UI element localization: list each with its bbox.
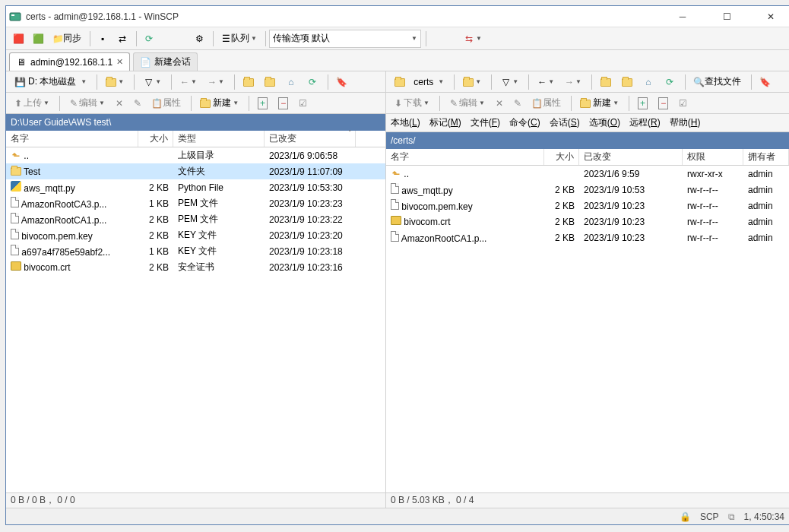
remote-collapse-button[interactable]: −	[654, 94, 672, 112]
file-icon	[391, 183, 399, 194]
file-icon	[11, 197, 19, 207]
local-panel: 💾 D: 本地磁盘 ▼ ▼ ▽▼ ←▼ →▼ ⌂ ⟳ 🔖	[6, 71, 386, 508]
file-row[interactable]: ⬑ .. 上级目录 2023/1/6 9:06:58	[6, 147, 385, 163]
menu-item[interactable]: 选项(O)	[589, 116, 620, 129]
local-bookmark-button[interactable]: 🔖	[333, 73, 351, 91]
menu-item[interactable]: 标记(M)	[429, 116, 461, 129]
remote-bookmark-button[interactable]: 🔖	[756, 73, 775, 91]
svg-rect-1	[11, 14, 14, 16]
menu-item[interactable]: 远程(R)	[629, 116, 661, 129]
local-rename-button[interactable]: ✎	[130, 94, 145, 112]
remote-refresh-button[interactable]: ⟳	[661, 73, 679, 91]
remote-parent-button[interactable]	[597, 73, 615, 91]
local-select-button[interactable]: ☑	[295, 94, 311, 112]
remote-col-changed[interactable]: 已改变	[579, 149, 683, 165]
remote-col-owner[interactable]: 拥有者	[743, 149, 789, 165]
remote-file-list[interactable]: ⬑ .. 2023/1/6 9:59 rwxr-xr-x admin aws_m…	[386, 166, 789, 492]
local-root-button[interactable]	[261, 73, 279, 91]
remote-root-button[interactable]	[618, 73, 636, 91]
file-icon	[391, 231, 399, 242]
menu-item[interactable]: 本地(L)	[391, 116, 420, 129]
local-col-name[interactable]: 名字	[6, 131, 138, 147]
file-row[interactable]: bivocom.pem.key 2 KB KEY 文件 2023/1/9 10:…	[6, 227, 385, 243]
file-row[interactable]: AmazonRootCA3.p... 1 KB PEM 文件 2023/1/9 …	[6, 195, 385, 211]
local-col-type[interactable]: 类型	[173, 131, 265, 147]
local-path[interactable]: D:\User Guide\AWS test\	[6, 114, 385, 131]
local-col-size[interactable]: 大小	[138, 131, 173, 147]
remote-select-button[interactable]: ☑	[675, 94, 691, 112]
remote-edit-button[interactable]: ✎编辑▼	[445, 94, 489, 112]
session-tab-active[interactable]: 🖥 admin@192.168.1.1 ✕	[9, 52, 130, 71]
local-filter-button[interactable]: ▽▼	[139, 73, 165, 91]
local-file-list[interactable]: ⬑ .. 上级目录 2023/1/6 9:06:58 Test 文件夹 2023…	[6, 147, 385, 492]
remote-home-button[interactable]: ⌂	[639, 73, 658, 91]
file-row[interactable]: AmazonRootCA1.p... 2 KB PEM 文件 2023/1/9 …	[6, 211, 385, 227]
remote-props-button[interactable]: 📋属性	[528, 94, 565, 112]
upload-button[interactable]: ⬆上传▼	[9, 94, 53, 112]
maximize-button[interactable]: ☐	[711, 8, 742, 26]
remote-back-button[interactable]: ←▼	[534, 73, 558, 91]
local-props-button[interactable]: 📋属性	[148, 94, 185, 112]
remote-forward-button[interactable]: →▼	[561, 73, 585, 91]
compare-button[interactable]: ⇄	[113, 30, 132, 48]
queue-button[interactable]: ☰队列▼	[217, 30, 261, 48]
menu-item[interactable]: 帮助(H)	[670, 116, 701, 129]
file-row[interactable]: bivocom.pem.key 2 KB 2023/1/9 10:23 rw-r…	[386, 198, 789, 214]
refresh-session-button[interactable]: ⟳	[140, 30, 158, 48]
remote-filter-button[interactable]: ▽▼	[496, 73, 522, 91]
local-open-folder-button[interactable]: ▼	[102, 73, 128, 91]
console-button[interactable]: ▪	[93, 30, 112, 48]
file-row[interactable]: bivocom.crt 2 KB 安全证书 2023/1/9 10:23:16	[6, 259, 385, 275]
add-session-button[interactable]: 🟥	[9, 30, 27, 48]
menu-item[interactable]: 命令(C)	[509, 116, 540, 129]
local-expand-button[interactable]: +	[254, 94, 271, 112]
file-row[interactable]: aws_mqtt.py 2 KB Python File 2023/1/9 10…	[6, 179, 385, 195]
sync-button[interactable]: 📁同步	[49, 30, 85, 48]
network-button[interactable]: ⇆▼	[460, 30, 486, 48]
remote-new-button[interactable]: 新建▼	[576, 94, 623, 112]
remote-col-perm[interactable]: 权限	[683, 149, 743, 165]
close-tab-icon[interactable]: ✕	[116, 57, 123, 67]
remote-open-folder-button[interactable]: ▼	[459, 73, 485, 91]
local-delete-button[interactable]: ✕	[112, 94, 127, 112]
local-parent-button[interactable]	[239, 73, 258, 91]
local-refresh-button[interactable]: ⟳	[303, 73, 322, 91]
file-row[interactable]: a697a4f785e59abf2... 1 KB KEY 文件 2023/1/…	[6, 243, 385, 259]
local-forward-button[interactable]: →▼	[204, 73, 228, 91]
menu-item[interactable]: 会话(S)	[550, 116, 580, 129]
local-collapse-button[interactable]: −	[274, 94, 292, 112]
parent-dir-icon: ⬑	[11, 150, 21, 161]
remote-expand-button[interactable]: +	[634, 94, 651, 112]
minimize-button[interactable]: ─	[667, 8, 698, 26]
remote-drive-dropdown[interactable]: certs ▼	[389, 75, 449, 89]
remote-rename-button[interactable]: ✎	[510, 94, 525, 112]
file-icon	[391, 199, 399, 210]
find-files-button[interactable]: 🔍查找文件	[690, 73, 745, 91]
local-col-changed[interactable]: 已改变˅	[265, 131, 356, 147]
remote-columns: 名字 大小 已改变 权限 拥有者	[386, 149, 789, 166]
transfer-settings-dropdown[interactable]: 传输选项 默认 ▼	[269, 30, 421, 48]
certificate-icon	[391, 216, 401, 225]
file-row[interactable]: ⬑ .. 2023/1/6 9:59 rwxr-xr-x admin	[386, 166, 789, 182]
file-row[interactable]: aws_mqtt.py 2 KB 2023/1/9 10:53 rw-r--r-…	[386, 182, 789, 198]
preferences-button[interactable]: ⚙	[190, 30, 208, 48]
new-session-tab[interactable]: 📄 新建会话	[133, 52, 198, 71]
disk-icon: 💾	[14, 77, 25, 87]
folder-icon	[394, 78, 405, 87]
remote-delete-button[interactable]: ✕	[492, 94, 507, 112]
remote-col-name[interactable]: 名字	[386, 149, 544, 165]
menu-item[interactable]: 文件(F)	[471, 116, 500, 129]
remote-col-size[interactable]: 大小	[544, 149, 579, 165]
local-back-button[interactable]: ←▼	[176, 73, 201, 91]
local-drive-dropdown[interactable]: 💾 D: 本地磁盘 ▼	[9, 74, 92, 90]
file-row[interactable]: bivocom.crt 2 KB 2023/1/9 10:23 rw-r--r-…	[386, 214, 789, 230]
remote-path[interactable]: /certs/	[386, 132, 789, 149]
local-new-button[interactable]: 新建▼	[196, 94, 242, 112]
download-button[interactable]: ⬇下载▼	[389, 94, 433, 112]
file-row[interactable]: AmazonRootCA1.p... 2 KB 2023/1/9 10:23 r…	[386, 230, 789, 245]
local-edit-button[interactable]: ✎编辑▼	[65, 94, 109, 112]
local-home-button[interactable]: ⌂	[282, 73, 300, 91]
file-row[interactable]: Test 文件夹 2023/1/9 11:07:09	[6, 163, 385, 179]
remove-session-button[interactable]: 🟩	[29, 30, 47, 48]
close-button[interactable]: ✕	[756, 8, 786, 26]
